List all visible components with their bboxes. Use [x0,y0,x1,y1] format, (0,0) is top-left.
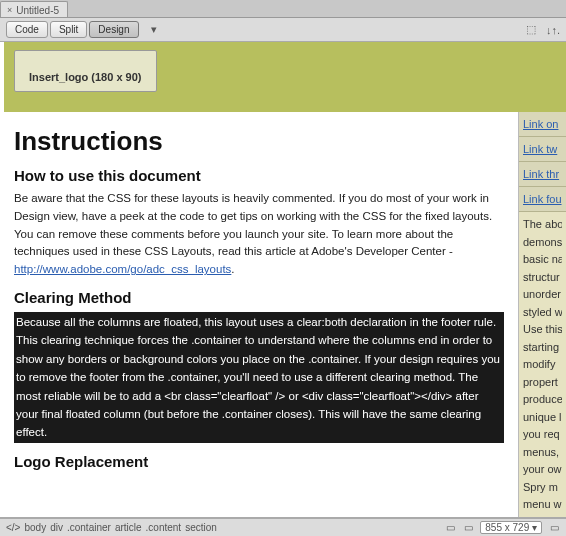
document-tab[interactable]: × Untitled-5 [0,1,68,17]
sidebar-link[interactable]: Link tw [519,137,566,162]
device-icon[interactable]: ▭ [548,522,560,534]
crumb-root[interactable]: </> [6,522,20,533]
logo-placeholder[interactable]: Insert_logo (180 x 90) [14,50,157,92]
dropdown-arrow-icon: ▾ [532,522,537,533]
page-header: Insert_logo (180 x 90) [4,42,566,112]
adobe-link[interactable]: http://www.adobe.com/go/adc_css_layouts [14,263,231,275]
paragraph-intro: Be aware that the CSS for these layouts … [14,190,504,279]
design-stage: Insert_logo (180 x 90) Instructions How … [0,42,566,518]
split-view-button[interactable]: Split [50,21,87,38]
window-size-display[interactable]: 855 x 729 ▾ [480,521,542,534]
view-toolbar: Code Split Design ▾ ⬚ ↓↑. [0,18,566,42]
sidebar-description: The abodemons basic nastructur unorderst… [519,212,566,517]
tag-selector-breadcrumb[interactable]: </> body div .container article .content… [6,522,217,533]
selected-paragraph[interactable]: Because all the columns are floated, thi… [14,312,504,443]
page-title-h1: Instructions [14,126,504,157]
hand-tool-icon[interactable]: ▭ [462,522,474,534]
sidebar-link[interactable]: Link on [519,112,566,137]
sidebar-link[interactable]: Link thr [519,162,566,187]
main-content[interactable]: Instructions How to use this document Be… [4,112,518,517]
sort-options-icon[interactable]: ↓↑. [546,23,560,37]
code-view-button[interactable]: Code [6,21,48,38]
section-heading-logo: Logo Replacement [14,453,504,470]
select-tool-icon[interactable]: ▭ [444,522,456,534]
dropdown-arrow-icon[interactable]: ▾ [147,23,161,37]
tab-title: Untitled-5 [16,5,59,16]
sidebar: Link on Link tw Link thr Link fou The ab… [518,112,566,517]
status-bar: </> body div .container article .content… [0,518,566,536]
document-tabbar: × Untitled-5 [0,0,566,18]
section-heading-howto: How to use this document [14,167,504,184]
sidebar-nav: Link on Link tw Link thr Link fou [519,112,566,212]
close-icon[interactable]: × [7,5,12,15]
title-field-icon[interactable]: ⬚ [524,23,538,37]
sidebar-link[interactable]: Link fou [519,187,566,212]
section-heading-clearing: Clearing Method [14,289,504,306]
design-view-button[interactable]: Design [89,21,138,38]
